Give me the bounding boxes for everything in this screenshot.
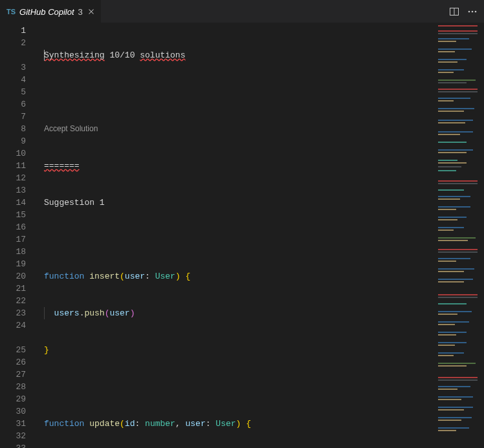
line-number: 7 — [0, 111, 26, 123]
svg-point-3 — [472, 10, 474, 12]
editor: 1 2 3 4 5 6 7 8 9 10 11 12 13 14 15 16 1… — [0, 23, 484, 448]
line-number: 21 — [0, 283, 26, 295]
line-number: 10 — [0, 147, 26, 160]
editor-tab[interactable]: TS GitHub Copilot 3 — [0, 0, 101, 23]
line-number: 9 — [0, 135, 26, 147]
line-number: 3 — [0, 61, 26, 74]
line-number: 20 — [0, 270, 26, 283]
line-number: 19 — [0, 258, 26, 270]
line-number: 17 — [0, 233, 26, 246]
typescript-file-icon: TS — [6, 8, 16, 16]
line-number: 2 — [0, 37, 26, 49]
line-number: 30 — [0, 405, 26, 418]
svg-point-4 — [475, 10, 477, 12]
line-number: 22 — [0, 295, 26, 307]
split-editor-icon[interactable] — [449, 6, 459, 17]
line-number: 8 — [0, 123, 26, 135]
line-number: 29 — [0, 393, 26, 405]
line-number: 16 — [0, 221, 26, 233]
line-number: 18 — [0, 246, 26, 258]
tab-title: GitHub Copilot — [19, 7, 74, 17]
line-number: 28 — [0, 381, 26, 393]
editor-actions — [449, 0, 484, 23]
codelens-accept-solution[interactable]: Accept Solution — [44, 123, 435, 135]
line-number: 5 — [0, 86, 26, 98]
line-number: 4 — [0, 74, 26, 86]
minimap[interactable] — [435, 23, 484, 448]
close-icon[interactable] — [87, 7, 96, 16]
line-number: 32 — [0, 430, 26, 442]
line-number: 31 — [0, 418, 26, 430]
line-number: 13 — [0, 184, 26, 197]
line-number: 25 — [0, 344, 26, 356]
line-number: 27 — [0, 368, 26, 381]
tab-bar: TS GitHub Copilot 3 — [0, 0, 484, 23]
line-number: 15 — [0, 209, 26, 221]
line-number: 14 — [0, 197, 26, 209]
line-number: 11 — [0, 160, 26, 172]
line-number: 6 — [0, 98, 26, 111]
code-area[interactable]: Synthesizing 10/10 solutions Accept Solu… — [38, 23, 435, 448]
line-number: 33 — [0, 442, 26, 448]
tab-modified-badge: 3 — [78, 7, 83, 17]
line-number: 1 — [0, 25, 26, 37]
line-number: 12 — [0, 172, 26, 184]
line-number: 24 — [0, 319, 26, 332]
svg-point-2 — [468, 10, 470, 12]
more-actions-icon[interactable] — [467, 6, 478, 17]
line-number: 23 — [0, 307, 26, 319]
line-number: 26 — [0, 356, 26, 368]
line-number-gutter: 1 2 3 4 5 6 7 8 9 10 11 12 13 14 15 16 1… — [0, 23, 38, 448]
